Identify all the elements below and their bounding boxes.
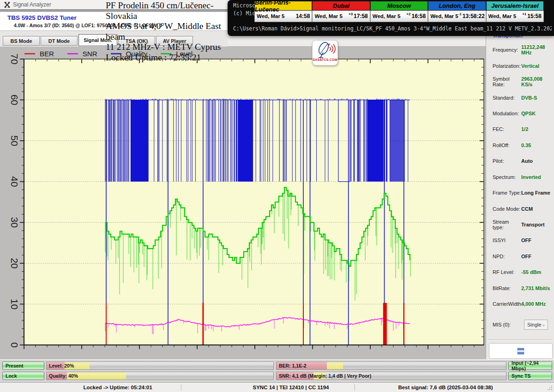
transponder-row-bitrate-: BitRate:2,731 Mbit/s [486,280,554,296]
row-value: 0.35 [521,143,531,148]
clock-utc-offset: +2 [406,12,410,16]
row-value: QPSK [521,111,536,116]
annotation-line-3: 11 212 MHz-V : METV Cyprus [106,42,229,53]
input-rate-indicator: Input (~2,94 Mbps) [508,362,552,370]
transponder-row-spectrum-: Spectrum:Inverted [486,169,554,185]
ber-bar-yellow [327,362,343,369]
row-label: Frame Type: [493,190,521,196]
clock-date: Wed, Mar 5 [257,13,285,19]
annotation-line-1: PF Prodelin 450 cm/Lučenec-Slovakia [106,0,229,21]
clock-time: 13:58:22 [463,13,485,19]
clock-utc-offset: +3 [349,12,353,16]
terminal-prompt: C:\Users\Roman Dávid>Signal monitoring_L… [233,25,552,32]
transponder-rows: Frequency:11212,248 MHzPolarization:Vert… [486,42,554,312]
clock-city: Jerusalem-Israel [486,1,544,11]
svg-text:30: 30 [9,217,20,228]
row-label: Modulation: [493,111,521,116]
mis-dropdown[interactable]: Single ⌄ [524,320,548,330]
statusbar-uptime: Locked -> Uptime: 05:24:01 [65,385,171,390]
tab-bs-mode[interactable]: BS Mode [3,36,40,46]
legend-item-ber: BER [24,50,54,58]
row-label: Code Mode: [493,206,521,212]
satellite-dish-icon [314,41,336,59]
svg-text:10: 10 [9,299,20,309]
clock-time: 16:58 [411,13,426,19]
clock-time-row: Wed, Mar 5+115:58 [486,11,544,22]
row-label: Pilot: [493,158,521,164]
row-value: DVB-S [521,95,537,101]
transponder-row-npd-: NPD:OFF [486,249,554,264]
tab-dt-mode[interactable]: DT Mode [41,36,78,46]
world-clock-bar: Berlin-Paris-LučenecWed, Mar 514:58Dubai… [254,1,544,22]
lock-indicator: Lock [2,372,44,380]
row-value: 1/2 [521,126,528,132]
row-value: 2963,008 KS/s [521,76,554,87]
chevron-down-icon: ⌄ [542,322,546,327]
row-label: NPD: [493,254,521,259]
annotation-line-4: Locked Uptime : 72:35:21 [106,53,229,63]
world-clock-berlin-paris-lu-enec: Berlin-Paris-LučenecWed, Mar 514:58 [254,1,312,22]
save-capture-button[interactable] [489,343,553,359]
indicator-band: Present Lock Level: 20% Quality: 40% BER… [0,359,554,383]
row-label: ISSYI [493,238,521,243]
annotation-overlay: PF Prodelin 450 cm/Lučenec-Slovakia AMOS… [106,0,229,63]
quality-progressbar: Quality: 40% [46,372,274,380]
row-label: Standard: [493,95,521,101]
clock-city: Dubai [312,1,370,11]
clock-city: Moscow [370,1,428,11]
clock-date: Wed, Mar 5 [314,13,343,19]
row-value: Inverted [521,174,541,180]
clock-city: London, Eng [428,1,486,11]
transponder-row-polarization-: Polarization:Vertical [486,58,554,73]
row-value: CCM [521,206,533,212]
row-label: CarrierWidth: [493,301,521,307]
legend-item-snr: SNR [67,50,97,58]
dxsatcs-logo-text: DXSATCS.COM [313,58,337,61]
panel-separator [488,339,552,340]
present-indicator: Present [2,362,44,370]
clock-city: Berlin-Paris-Lučenec [254,1,312,11]
row-label: BitRate: [493,285,521,291]
signal-analyzer-app: 010203040506070 BERSNRQualityLevel Signa… [0,0,554,392]
dxsatcs-logo: DXSATCS.COM [312,40,338,65]
transponder-row-modulation-: Modulation:QPSK [486,106,554,121]
ber-bar-label: BER: 1,1E-2 [279,363,307,368]
transponder-row-rolloff-: RollOff:0.35 [486,137,554,153]
row-value: OFF [521,254,531,259]
tuner-name: TBS 5925 DVBS2 Tuner [7,14,77,21]
transponder-row-frequency-: Frequency:11212,248 MHz [486,42,554,58]
clock-time-row: Wed, Mar 5+216:58 [370,11,428,22]
transponder-row-pilot-: Pilot:Auto [486,153,554,169]
row-label: Symbol Rate: [493,76,521,87]
disk-stack-icon [517,348,524,355]
row-value: Vertical [521,63,539,69]
transponder-row-code-mode-: Code Mode:CCM [486,201,554,216]
world-clock-jerusalem-israel: Jerusalem-IsraelWed, Mar 5+115:58 [486,1,544,22]
row-value: Transport [521,222,545,227]
row-value: 4,000 MHz [521,301,546,307]
world-clock-london-eng: London, EngWed, Mar 5-113:58:22 [428,1,486,22]
transponder-row-carrierwidth-: CarrierWidth:4,000 MHz [486,296,554,312]
svg-text:0: 0 [9,342,20,348]
clock-time: 17:58 [354,13,368,19]
row-label: FEC: [493,126,521,132]
statusbar-sync-counters: SYNC 14 | TEI 12410 | CC 1194 [233,385,349,390]
row-value: Auto [521,158,533,164]
row-label: Spectrum: [493,174,521,180]
window-title: Signal Analyzer [13,1,51,8]
row-label: Stream type: [493,219,521,230]
row-value: -55 dBm [521,269,541,275]
clock-time: 14:58 [296,13,310,19]
row-label: RollOff: [493,143,521,148]
legend-label: BER [40,50,54,58]
snr-bar-label: SNR: 4,1 dB (Margin: 1,4 dB | Very Poor) [279,373,371,379]
statusbar-best-signal: Best signal: 7,6 dB (2025-03-04 08:38) [385,385,506,390]
transponder-panel: Transponder Frequency:11212,248 MHzPolar… [486,36,554,359]
world-clock-moscow: MoscowWed, Mar 5+216:58 [370,1,428,22]
svg-text:20: 20 [9,258,20,268]
legend-swatch [24,53,35,54]
row-value: OFF [521,238,531,243]
row-label: Polarization: [493,63,521,69]
snr-progressbar: SNR: 4,1 dB (Margin: 1,4 dB | Very Poor) [276,372,506,380]
resize-grip[interactable] [547,385,553,391]
